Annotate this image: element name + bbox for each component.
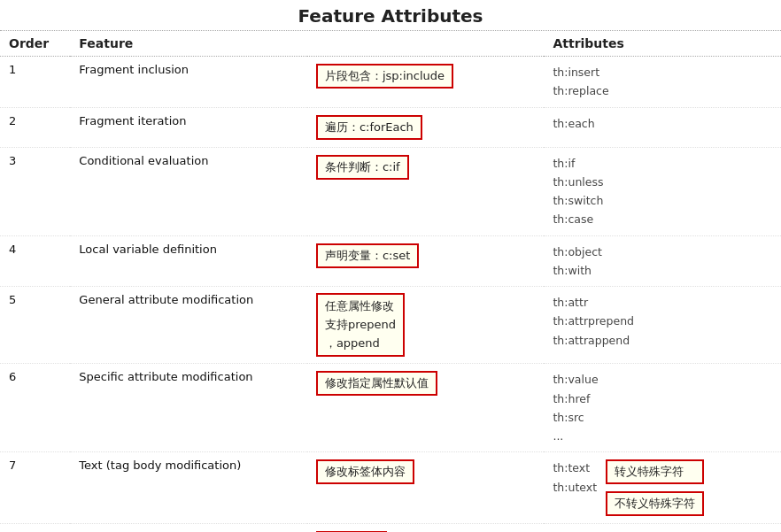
order-number: 4 bbox=[9, 243, 16, 256]
attributes-cell: th:valueth:hrefth:src... bbox=[544, 364, 781, 452]
feature-cell: Fragment inclusion bbox=[70, 57, 307, 108]
order-cell: 1 bbox=[0, 57, 70, 108]
attr-list: th:attrth:attrprependth:attrappend bbox=[553, 293, 772, 350]
col-feature: Feature bbox=[70, 31, 307, 57]
feature-cell: Fragment specification bbox=[70, 524, 307, 532]
order-number: 1 bbox=[9, 63, 16, 76]
highlight-cell: 声明片段 bbox=[307, 524, 545, 532]
order-number: 7 bbox=[9, 459, 16, 472]
page-wrapper: Feature Attributes Order Feature Attribu… bbox=[0, 0, 781, 532]
table-row: 8Fragment specification声明片段th:fragment bbox=[0, 524, 781, 532]
attr-item: th:each bbox=[553, 114, 772, 133]
attr-item: th:if bbox=[553, 154, 772, 173]
highlight-box: 声明变量：c:set bbox=[316, 243, 419, 268]
attr-list: th:each bbox=[553, 114, 772, 133]
col-comparison bbox=[307, 31, 545, 57]
order-cell: 6 bbox=[0, 364, 70, 452]
feature-name: Fragment iteration bbox=[79, 114, 186, 127]
feature-name: Text (tag body modification) bbox=[79, 459, 241, 472]
attr-list: th:objectth:with bbox=[553, 243, 772, 281]
order-cell: 5 bbox=[0, 287, 70, 364]
side-highlights: 转义特殊字符不转义特殊字符 bbox=[606, 459, 704, 517]
row7-attr-top: th:textth:utext转义特殊字符不转义特殊字符 bbox=[553, 459, 772, 517]
highlight-box: 任意属性修改支持prepend，append bbox=[316, 293, 405, 357]
row7-attrs-wrap: th:textth:utext转义特殊字符不转义特殊字符 bbox=[553, 459, 772, 517]
attr-item: ... bbox=[553, 427, 772, 445]
feature-name: Fragment inclusion bbox=[79, 63, 189, 76]
attributes-cell: th:ifth:unlessth:switchth:case bbox=[544, 147, 781, 235]
table-row: 2Fragment iteration遍历：c:forEachth:each bbox=[0, 107, 781, 147]
highlight-cell: 条件判断：c:if bbox=[307, 147, 545, 235]
feature-name: Local variable definition bbox=[79, 243, 217, 256]
attributes-cell: th:objectth:with bbox=[544, 235, 781, 287]
attributes-cell: th:fragment bbox=[544, 524, 781, 532]
feature-cell: Text (tag body modification) bbox=[70, 452, 307, 524]
attr-item: th:src bbox=[553, 408, 772, 427]
feature-cell: Specific attribute modification bbox=[70, 364, 307, 452]
attr-item: th:replace bbox=[553, 81, 772, 100]
page-title: Feature Attributes bbox=[0, 0, 781, 31]
order-cell: 7 bbox=[0, 452, 70, 524]
attr-item: th:case bbox=[553, 210, 772, 228]
attr-list: th:insertth:replace bbox=[553, 63, 772, 101]
order-cell: 8 bbox=[0, 524, 70, 532]
table-row: 4Local variable definition声明变量：c:setth:o… bbox=[0, 235, 781, 287]
highlight-cell: 片段包含：jsp:include bbox=[307, 57, 545, 108]
table-row: 6Specific attribute modification修改指定属性默认… bbox=[0, 364, 781, 452]
order-cell: 4 bbox=[0, 235, 70, 287]
attr-item: th:insert bbox=[553, 63, 772, 81]
highlight-cell: 任意属性修改支持prepend，append bbox=[307, 287, 545, 364]
col-attributes: Attributes bbox=[544, 31, 781, 57]
attr-item: th:attrprepend bbox=[553, 312, 772, 330]
attr-item: th:value bbox=[553, 370, 772, 389]
attributes-cell: th:attrth:attrprependth:attrappend bbox=[544, 287, 781, 364]
side-highlight-box: 转义特殊字符 bbox=[606, 459, 704, 484]
attr-item: th:object bbox=[553, 243, 772, 261]
order-cell: 3 bbox=[0, 147, 70, 235]
feature-cell: Fragment iteration bbox=[70, 107, 307, 147]
order-number: 5 bbox=[9, 293, 16, 306]
feature-cell: General attribute modification bbox=[70, 287, 307, 364]
attributes-cell: th:insertth:replace bbox=[544, 57, 781, 108]
attr-item: th:text bbox=[553, 459, 597, 477]
highlight-cell: 声明变量：c:set bbox=[307, 235, 545, 287]
attr-list: th:textth:utext bbox=[553, 459, 597, 497]
table-row: 3Conditional evaluation条件判断：c:ifth:ifth:… bbox=[0, 147, 781, 235]
highlight-box: 遍历：c:forEach bbox=[316, 115, 422, 140]
feature-cell: Conditional evaluation bbox=[70, 147, 307, 235]
feature-cell: Local variable definition bbox=[70, 235, 307, 287]
order-number: 3 bbox=[9, 154, 16, 167]
highlight-cell: 修改指定属性默认值 bbox=[307, 364, 545, 452]
attr-item: th:with bbox=[553, 261, 772, 280]
attr-item: th:attr bbox=[553, 293, 772, 312]
highlight-box: 修改标签体内容 bbox=[316, 459, 414, 484]
attr-item: th:href bbox=[553, 389, 772, 408]
attr-item: th:switch bbox=[553, 191, 772, 210]
highlight-cell: 遍历：c:forEach bbox=[307, 107, 545, 147]
highlight-cell: 修改标签体内容 bbox=[307, 452, 545, 524]
side-highlight-box: 不转义特殊字符 bbox=[606, 491, 704, 516]
attr-list: th:valueth:hrefth:src... bbox=[553, 370, 772, 445]
attr-item: th:unless bbox=[553, 173, 772, 191]
order-number: 6 bbox=[9, 370, 16, 383]
attr-item: th:utext bbox=[553, 478, 597, 497]
feature-table: Order Feature Attributes 1Fragment inclu… bbox=[0, 31, 781, 532]
highlight-box: 条件判断：c:if bbox=[316, 155, 409, 180]
feature-name: General attribute modification bbox=[79, 293, 253, 306]
highlight-box: 片段包含：jsp:include bbox=[316, 64, 453, 89]
attributes-cell: th:textth:utext转义特殊字符不转义特殊字符 bbox=[544, 452, 781, 524]
table-row: 1Fragment inclusion片段包含：jsp:includeth:in… bbox=[0, 57, 781, 108]
table-row: 7Text (tag body modification)修改标签体内容th:t… bbox=[0, 452, 781, 524]
order-number: 2 bbox=[9, 114, 16, 127]
feature-name: Specific attribute modification bbox=[79, 370, 252, 383]
feature-name: Conditional evaluation bbox=[79, 154, 208, 167]
highlight-box: 修改指定属性默认值 bbox=[316, 371, 437, 396]
attr-item: th:attrappend bbox=[553, 331, 772, 350]
attr-list: th:ifth:unlessth:switchth:case bbox=[553, 154, 772, 229]
col-order: Order bbox=[0, 31, 70, 57]
attributes-cell: th:each bbox=[544, 107, 781, 147]
order-cell: 2 bbox=[0, 107, 70, 147]
table-row: 5General attribute modification任意属性修改支持p… bbox=[0, 287, 781, 364]
